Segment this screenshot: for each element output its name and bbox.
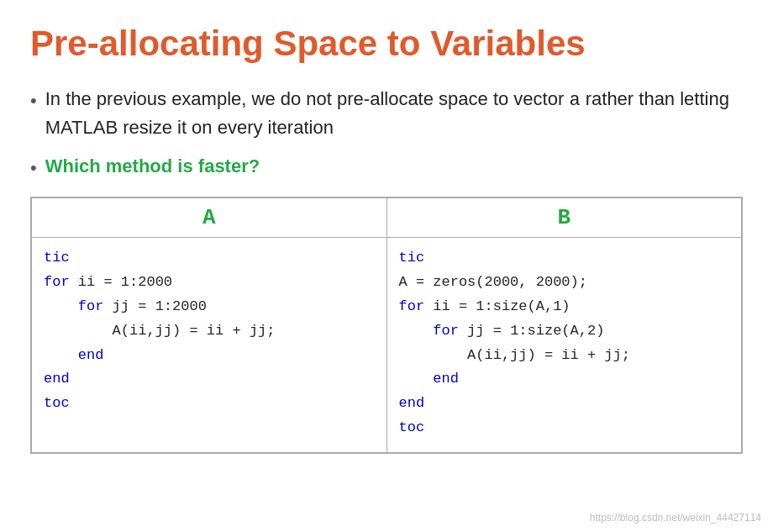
bullet-item-2: • Which method is faster? [30,153,743,182]
bullet-list: • In the previous example, we do not pre… [30,86,743,182]
inline-code-a: a [569,90,580,111]
col-b-code-cell: tic A = zeros(2000, 2000); for ii = 1:si… [386,237,742,452]
bullet-dot-1: • [30,87,37,114]
col-a-header: A [32,198,387,237]
bullet-dot-2: • [30,155,37,182]
code-table-wrapper: A B tic for ii = 1:2000 for jj = 1:2000 … [30,197,743,454]
bullet-question: Which method is faster? [45,153,260,180]
bullet-item-1: • In the previous example, we do not pre… [30,86,743,141]
col-b-code-block: tic A = zeros(2000, 2000); for ii = 1:si… [399,246,730,440]
slide: Pre-allocating Space to Variables • In t… [0,0,773,532]
watermark: https://blog.csdn.net/weixin_44427114 [590,512,761,524]
slide-title: Pre-allocating Space to Variables [30,24,743,64]
bullet-text-1: In the previous example, we do not pre-a… [45,86,743,141]
col-a-code-cell: tic for ii = 1:2000 for jj = 1:2000 A(ii… [32,237,387,452]
col-a-code-block: tic for ii = 1:2000 for jj = 1:2000 A(ii… [44,246,375,416]
col-b-header: B [386,198,742,237]
comparison-table: A B tic for ii = 1:2000 for jj = 1:2000 … [31,198,742,453]
